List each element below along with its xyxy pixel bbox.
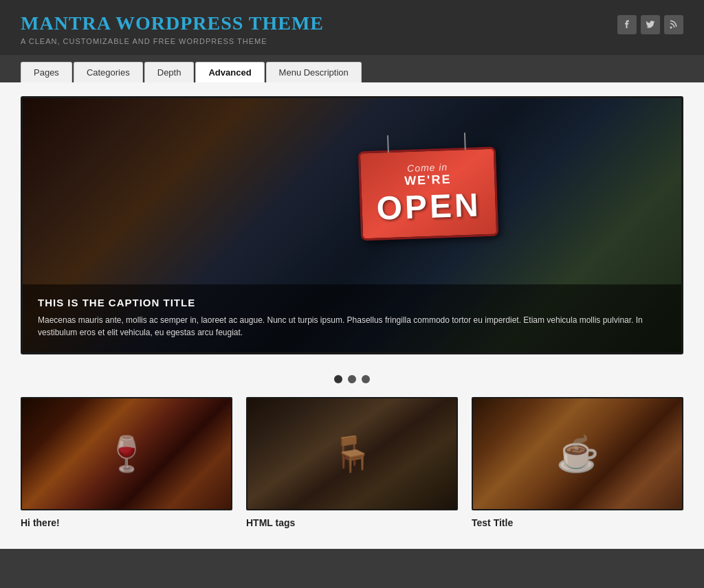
site-branding: Mantra WordPress Theme A Clean, Customiz… bbox=[21, 12, 324, 45]
sign-open-text: OPEN bbox=[375, 185, 481, 227]
tab-depth[interactable]: Depth bbox=[144, 62, 195, 82]
card-3-title: Test Title bbox=[472, 517, 683, 528]
card-3-image bbox=[472, 397, 683, 510]
card-1-image bbox=[21, 397, 232, 510]
facebook-icon[interactable] bbox=[617, 15, 637, 34]
site-subtitle: A Clean, Customizable and Free WordPress… bbox=[21, 37, 324, 45]
tab-advanced[interactable]: Advanced bbox=[195, 62, 264, 82]
card-1[interactable]: Hi there! bbox=[21, 397, 232, 528]
slider-dots bbox=[21, 365, 683, 390]
slider-image: Come in WE'RE OPEN This Is The Caption T… bbox=[23, 98, 681, 352]
card-1-title: Hi there! bbox=[21, 517, 232, 528]
caption-overlay: This Is The Caption Title Maecenas mauri… bbox=[23, 284, 681, 352]
slider-dot-2[interactable] bbox=[348, 375, 356, 383]
nav-tabs: Pages Categories Depth Advanced Menu Des… bbox=[0, 55, 704, 82]
site-header: Mantra WordPress Theme A Clean, Customiz… bbox=[0, 0, 704, 55]
slider-dot-3[interactable] bbox=[362, 375, 370, 383]
slider-dot-1[interactable] bbox=[334, 375, 342, 383]
card-2[interactable]: HTML tags bbox=[246, 397, 458, 528]
sign-were-text: WE'RE bbox=[404, 172, 452, 188]
card-grid: Hi there! HTML tags Test Title bbox=[21, 397, 683, 528]
card-2-image bbox=[246, 397, 458, 510]
tab-menu-description[interactable]: Menu Description bbox=[266, 62, 362, 82]
main-content: Come in WE'RE OPEN This Is The Caption T… bbox=[0, 82, 704, 549]
svg-point-0 bbox=[670, 27, 672, 29]
card-3[interactable]: Test Title bbox=[472, 397, 683, 528]
tab-categories[interactable]: Categories bbox=[74, 62, 143, 82]
tab-pages[interactable]: Pages bbox=[21, 62, 72, 82]
social-icons bbox=[617, 15, 683, 34]
caption-text: Maecenas mauris ante, mollis ac semper i… bbox=[38, 314, 666, 339]
rss-icon[interactable] bbox=[664, 15, 683, 34]
card-1-bg bbox=[22, 398, 231, 509]
card-3-bg bbox=[473, 398, 682, 509]
slider: Come in WE'RE OPEN This Is The Caption T… bbox=[21, 96, 683, 354]
site-title: Mantra WordPress Theme bbox=[21, 12, 324, 34]
twitter-icon[interactable] bbox=[641, 15, 660, 34]
card-2-bg bbox=[248, 398, 456, 509]
caption-title: This Is The Caption Title bbox=[38, 297, 666, 308]
card-2-title: HTML tags bbox=[246, 517, 458, 528]
open-sign: Come in WE'RE OPEN bbox=[358, 147, 498, 241]
